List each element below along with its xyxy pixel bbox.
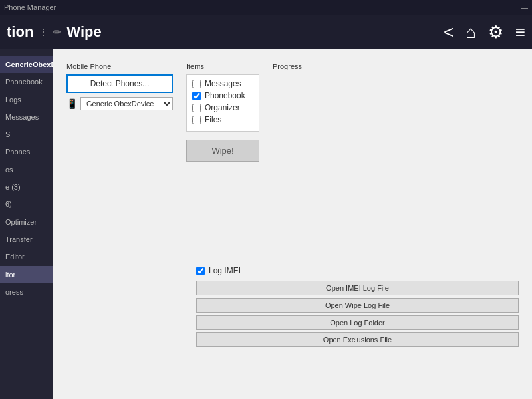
phone-select-dropdown[interactable]: Generic ObexDevice xyxy=(80,97,173,110)
item-messages: Messages xyxy=(192,79,253,88)
sidebar-item-transfer[interactable]: Transfer xyxy=(0,231,53,248)
sidebar-item-6[interactable]: 6) xyxy=(0,196,53,213)
sidebar-item-s[interactable]: S xyxy=(0,126,53,143)
items-label: Items xyxy=(186,63,259,70)
log-imei-label: Log IMEI xyxy=(209,266,241,275)
messages-label: Messages xyxy=(205,79,241,88)
settings-icon[interactable]: ⚙ xyxy=(488,22,503,43)
edit-icon: ✏ xyxy=(53,27,61,37)
wipe-button[interactable]: Wipe! xyxy=(186,140,259,162)
sidebar-item-os[interactable]: os xyxy=(0,161,53,178)
home-icon[interactable]: ⌂ xyxy=(466,22,476,43)
sidebar: GenericObexDevice Phonebook Logs Message… xyxy=(0,49,53,399)
app-section-title: tion xyxy=(7,23,33,41)
sidebar-item-phones[interactable]: Phones xyxy=(0,143,53,160)
items-section: Items Messages Phonebook Organizer xyxy=(186,63,259,162)
log-imei-checkbox[interactable] xyxy=(196,267,205,275)
wipe-title: Wipe xyxy=(66,23,101,41)
content-area: Mobile Phone Detect Phones... 📱 Generic … xyxy=(53,49,532,399)
app-partial-title: tion xyxy=(7,23,33,41)
detect-phones-button[interactable]: Detect Phones... xyxy=(66,74,173,93)
phone-icon: 📱 xyxy=(66,98,78,109)
wipe-content: Mobile Phone Detect Phones... 📱 Generic … xyxy=(66,63,519,347)
sidebar-item-logs[interactable]: Logs xyxy=(0,91,53,108)
log-buttons-group: Open IMEI Log File Open Wipe Log File Op… xyxy=(196,281,519,347)
item-phonebook: Phonebook xyxy=(192,91,253,100)
phone-select-row: 📱 Generic ObexDevice xyxy=(66,97,173,110)
mobile-phone-label: Mobile Phone xyxy=(66,63,173,70)
mobile-phone-section: Mobile Phone Detect Phones... 📱 Generic … xyxy=(66,63,173,110)
phonebook-checkbox[interactable] xyxy=(192,92,201,100)
back-icon[interactable]: < xyxy=(444,22,454,43)
phonebook-label: Phonebook xyxy=(205,91,245,100)
sidebar-item-phonebook[interactable]: Phonebook xyxy=(0,73,53,90)
open-exclusions-file-button[interactable]: Open Exclusions File xyxy=(196,332,519,347)
open-log-folder-button[interactable]: Open Log Folder xyxy=(196,315,519,330)
sidebar-item-oress[interactable]: oress xyxy=(0,283,53,301)
progress-label: Progress xyxy=(273,63,519,70)
title-bar: Phone Manager — xyxy=(0,0,532,15)
top-wipe-area: Mobile Phone Detect Phones... 📱 Generic … xyxy=(66,63,519,249)
sidebar-item-itor[interactable]: itor xyxy=(0,266,53,283)
items-list: Messages Phonebook Organizer Files xyxy=(186,74,259,132)
files-label: Files xyxy=(205,115,221,124)
bottom-log-area: Log IMEI Open IMEI Log File Open Wipe Lo… xyxy=(66,259,519,347)
right-area: Progress xyxy=(273,63,519,249)
item-files: Files xyxy=(192,115,253,124)
item-organizer: Organizer xyxy=(192,103,253,112)
sidebar-item-editor[interactable]: Editor xyxy=(0,248,53,265)
open-wipe-log-button[interactable]: Open Wipe Log File xyxy=(196,298,519,313)
top-bar: tion ⋮ ✏ Wipe < ⌂ ⚙ ≡ xyxy=(0,15,532,49)
window-controls[interactable]: — xyxy=(521,3,528,11)
menu-icon[interactable]: ≡ xyxy=(515,22,525,43)
sidebar-item-optimizer[interactable]: Optimizer xyxy=(0,213,53,231)
files-checkbox[interactable] xyxy=(192,116,201,124)
organizer-checkbox[interactable] xyxy=(192,104,201,112)
messages-checkbox[interactable] xyxy=(192,80,201,88)
open-imei-log-button[interactable]: Open IMEI Log File xyxy=(196,281,519,295)
app-title: Phone Manager xyxy=(4,3,56,11)
sidebar-item-messages[interactable]: Messages xyxy=(0,108,53,126)
top-bar-right: < ⌂ ⚙ ≡ xyxy=(444,22,525,43)
top-bar-left: tion ⋮ ✏ Wipe xyxy=(7,23,102,41)
organizer-label: Organizer xyxy=(205,103,240,112)
sidebar-item-obexdevice[interactable]: GenericObexDevice xyxy=(0,56,53,73)
log-imei-row: Log IMEI xyxy=(196,266,519,275)
sidebar-item-e3[interactable]: e (3) xyxy=(0,178,53,196)
main-layout: GenericObexDevice Phonebook Logs Message… xyxy=(0,49,532,399)
dots-icon: ⋮ xyxy=(39,27,48,37)
